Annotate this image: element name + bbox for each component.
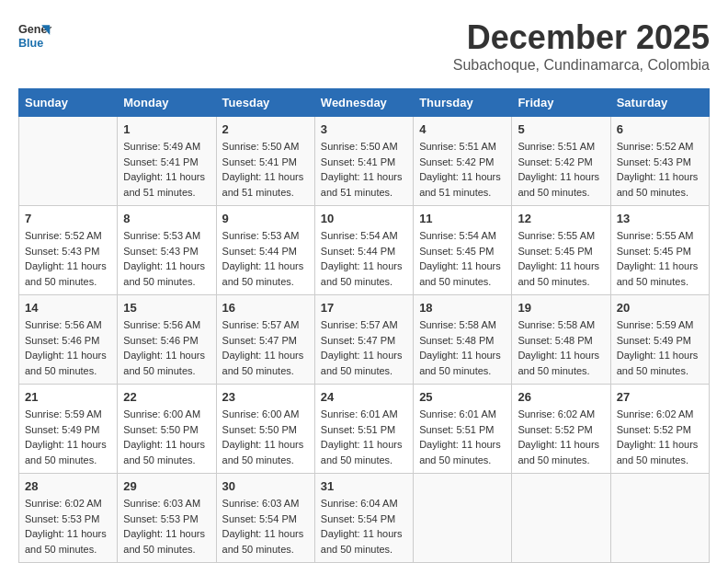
day-number: 24 [321,390,407,404]
day-number: 13 [617,212,703,225]
day-info: Sunrise: 5:59 AMSunset: 5:49 PMDaylight:… [25,407,111,467]
day-info: Sunrise: 6:00 AMSunset: 5:50 PMDaylight:… [222,407,309,467]
day-number: 29 [123,479,210,493]
day-info: Sunrise: 6:02 AMSunset: 5:52 PMDaylight:… [518,407,604,467]
day-number: 22 [123,390,210,404]
day-info: Sunrise: 6:03 AMSunset: 5:53 PMDaylight:… [123,496,210,557]
day-number: 15 [123,301,210,315]
page-header: General Blue December 2025 Subachoque, C… [18,18,710,74]
day-number: 11 [419,212,506,225]
day-number: 18 [419,301,506,315]
day-info: Sunrise: 6:02 AMSunset: 5:52 PMDaylight:… [617,407,703,467]
day-info: Sunrise: 6:03 AMSunset: 5:54 PMDaylight:… [222,496,309,557]
day-number: 9 [222,212,309,225]
day-info: Sunrise: 5:51 AMSunset: 5:42 PMDaylight:… [518,139,604,200]
day-number: 5 [518,122,604,136]
calendar-cell: 12Sunrise: 5:55 AMSunset: 5:45 PMDayligh… [512,206,610,295]
calendar-cell: 15Sunrise: 5:56 AMSunset: 5:46 PMDayligh… [118,295,216,385]
day-info: Sunrise: 5:52 AMSunset: 5:43 PMDaylight:… [617,139,703,200]
day-info: Sunrise: 5:54 AMSunset: 5:44 PMDaylight:… [321,228,407,289]
day-number: 28 [25,479,111,493]
day-info: Sunrise: 6:04 AMSunset: 5:54 PMDaylight:… [321,496,407,557]
day-info: Sunrise: 5:50 AMSunset: 5:41 PMDaylight:… [321,139,407,200]
day-number: 19 [518,301,604,315]
calendar-cell: 11Sunrise: 5:54 AMSunset: 5:45 PMDayligh… [414,206,512,295]
day-info: Sunrise: 5:55 AMSunset: 5:45 PMDaylight:… [518,228,604,289]
calendar-cell: 31Sunrise: 6:04 AMSunset: 5:54 PMDayligh… [314,474,413,563]
calendar-cell: 17Sunrise: 5:57 AMSunset: 5:47 PMDayligh… [314,295,413,385]
calendar-cell: 6Sunrise: 5:52 AMSunset: 5:43 PMDaylight… [610,117,709,206]
day-info: Sunrise: 6:01 AMSunset: 5:51 PMDaylight:… [321,407,407,467]
day-info: Sunrise: 5:50 AMSunset: 5:41 PMDaylight:… [222,139,309,200]
calendar-cell: 13Sunrise: 5:55 AMSunset: 5:45 PMDayligh… [610,206,709,295]
calendar-cell: 23Sunrise: 6:00 AMSunset: 5:50 PMDayligh… [216,385,314,474]
calendar-cell [512,474,610,563]
month-title: December 2025 [453,18,710,57]
calendar-week-row: 1Sunrise: 5:49 AMSunset: 5:41 PMDaylight… [19,117,710,206]
calendar-cell: 8Sunrise: 5:53 AMSunset: 5:43 PMDaylight… [118,206,216,295]
calendar-cell: 9Sunrise: 5:53 AMSunset: 5:44 PMDaylight… [216,206,314,295]
calendar-cell: 1Sunrise: 5:49 AMSunset: 5:41 PMDaylight… [118,117,216,206]
day-number: 10 [321,212,407,225]
calendar-cell [19,117,118,206]
weekday-header: Wednesday [314,89,413,117]
calendar-cell [414,474,512,563]
day-number: 16 [222,301,309,315]
weekday-header: Friday [512,89,610,117]
day-number: 25 [419,390,506,404]
calendar-cell: 5Sunrise: 5:51 AMSunset: 5:42 PMDaylight… [512,117,610,206]
calendar-cell: 25Sunrise: 6:01 AMSunset: 5:51 PMDayligh… [414,385,512,474]
day-number: 7 [25,212,111,225]
day-info: Sunrise: 5:56 AMSunset: 5:46 PMDaylight:… [25,317,111,378]
calendar-cell: 28Sunrise: 6:02 AMSunset: 5:53 PMDayligh… [19,474,118,563]
day-info: Sunrise: 5:59 AMSunset: 5:49 PMDaylight:… [617,317,703,378]
svg-text:Blue: Blue [18,37,43,50]
calendar-table: SundayMondayTuesdayWednesdayThursdayFrid… [18,88,710,563]
day-number: 4 [419,122,506,136]
day-number: 17 [321,301,407,315]
calendar-cell: 29Sunrise: 6:03 AMSunset: 5:53 PMDayligh… [118,474,216,563]
calendar-cell: 2Sunrise: 5:50 AMSunset: 5:41 PMDaylight… [216,117,314,206]
day-number: 31 [321,479,407,493]
day-info: Sunrise: 5:57 AMSunset: 5:47 PMDaylight:… [321,317,407,378]
calendar-week-row: 21Sunrise: 5:59 AMSunset: 5:49 PMDayligh… [19,385,710,474]
calendar-cell: 27Sunrise: 6:02 AMSunset: 5:52 PMDayligh… [610,385,709,474]
weekday-row: SundayMondayTuesdayWednesdayThursdayFrid… [19,89,710,117]
calendar-cell: 10Sunrise: 5:54 AMSunset: 5:44 PMDayligh… [314,206,413,295]
calendar-cell: 24Sunrise: 6:01 AMSunset: 5:51 PMDayligh… [314,385,413,474]
calendar-cell: 22Sunrise: 6:00 AMSunset: 5:50 PMDayligh… [118,385,216,474]
calendar-cell: 30Sunrise: 6:03 AMSunset: 5:54 PMDayligh… [216,474,314,563]
day-info: Sunrise: 5:58 AMSunset: 5:48 PMDaylight:… [419,317,506,378]
day-info: Sunrise: 5:54 AMSunset: 5:45 PMDaylight:… [419,228,506,289]
calendar-cell: 7Sunrise: 5:52 AMSunset: 5:43 PMDaylight… [19,206,118,295]
calendar-cell: 20Sunrise: 5:59 AMSunset: 5:49 PMDayligh… [610,295,709,385]
day-number: 27 [617,390,703,404]
calendar-cell: 16Sunrise: 5:57 AMSunset: 5:47 PMDayligh… [216,295,314,385]
calendar-body: 1Sunrise: 5:49 AMSunset: 5:41 PMDaylight… [19,117,710,563]
day-info: Sunrise: 5:55 AMSunset: 5:45 PMDaylight:… [617,228,703,289]
day-number: 3 [321,122,407,136]
calendar-header: SundayMondayTuesdayWednesdayThursdayFrid… [19,89,710,117]
calendar-cell: 21Sunrise: 5:59 AMSunset: 5:49 PMDayligh… [19,385,118,474]
day-number: 8 [123,212,210,225]
day-info: Sunrise: 5:56 AMSunset: 5:46 PMDaylight:… [123,317,210,378]
day-number: 20 [617,301,703,315]
day-info: Sunrise: 5:49 AMSunset: 5:41 PMDaylight:… [123,139,210,200]
day-number: 30 [222,479,309,493]
day-info: Sunrise: 5:51 AMSunset: 5:42 PMDaylight:… [419,139,506,200]
logo-icon: General Blue [18,18,51,52]
calendar-week-row: 14Sunrise: 5:56 AMSunset: 5:46 PMDayligh… [19,295,710,385]
weekday-header: Tuesday [216,89,314,117]
day-number: 12 [518,212,604,225]
location-subtitle: Subachoque, Cundinamarca, Colombia [453,57,710,74]
day-info: Sunrise: 5:58 AMSunset: 5:48 PMDaylight:… [518,317,604,378]
weekday-header: Saturday [610,89,709,117]
day-number: 26 [518,390,604,404]
calendar-cell: 19Sunrise: 5:58 AMSunset: 5:48 PMDayligh… [512,295,610,385]
day-info: Sunrise: 5:53 AMSunset: 5:43 PMDaylight:… [123,228,210,289]
day-info: Sunrise: 6:00 AMSunset: 5:50 PMDaylight:… [123,407,210,467]
calendar-cell: 18Sunrise: 5:58 AMSunset: 5:48 PMDayligh… [414,295,512,385]
day-info: Sunrise: 5:53 AMSunset: 5:44 PMDaylight:… [222,228,309,289]
day-info: Sunrise: 5:52 AMSunset: 5:43 PMDaylight:… [25,228,111,289]
calendar-week-row: 28Sunrise: 6:02 AMSunset: 5:53 PMDayligh… [19,474,710,563]
